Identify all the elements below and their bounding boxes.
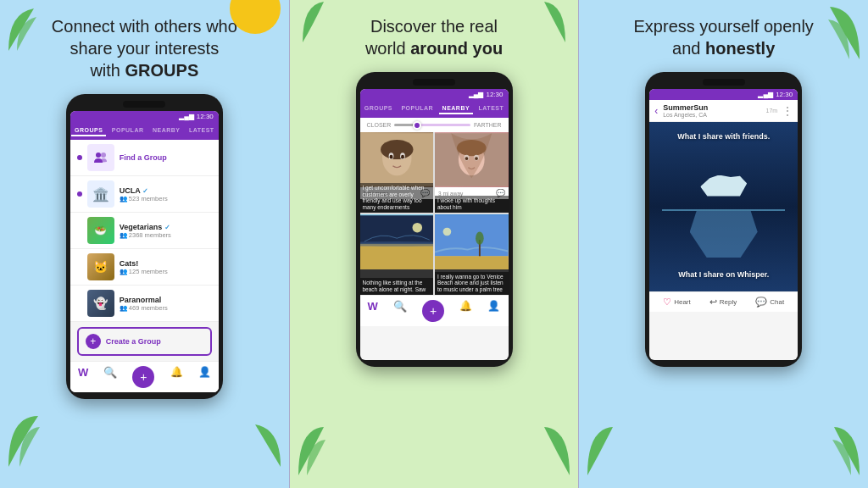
group-info-find: Find a Group	[120, 153, 212, 162]
leaf-bottom-left	[4, 412, 42, 471]
post-card[interactable]: I woke up with thoughts about him 3 mi a…	[435, 132, 509, 213]
more-options-icon[interactable]: ⋮	[782, 105, 793, 117]
svg-point-7	[389, 155, 392, 159]
chat-action-button[interactable]: 💬 Chat	[755, 297, 784, 308]
nav-profile[interactable]: 👤	[198, 366, 211, 388]
group-info-cats: Cats! 👥 125 members	[120, 259, 212, 275]
leaf-express-top-right	[826, 4, 864, 64]
nav-compose[interactable]: +	[132, 366, 154, 388]
status-time-2: 12:30	[486, 91, 503, 98]
phone-screen-2: ▂▄▆ 12:30 GROUPS POPULAR NEARBY LATEST C…	[360, 89, 509, 360]
bottom-nav-2: W 🔍 + 🔔 👤	[360, 295, 509, 326]
tab-nearby[interactable]: NEARBY	[149, 125, 184, 136]
app-tabs-2: GROUPS POPULAR NEARBY LATEST	[360, 100, 509, 118]
iceberg-top	[700, 175, 747, 197]
group-members-veg: 👥 2368 members	[120, 231, 212, 239]
post-image-city	[435, 214, 509, 269]
phone-1: ▂▄▆ 12:30 GROUPS POPULAR NEARBY LATEST	[66, 94, 223, 399]
create-group-button[interactable]: + Create a Group	[77, 327, 212, 356]
group-icon-veg: 🥗	[87, 217, 114, 244]
group-name-veg: Vegetarians ✓	[120, 223, 212, 231]
nav-search-2[interactable]: 🔍	[393, 300, 407, 322]
post-grid: I get uncomfortable when customers are o…	[360, 132, 509, 295]
phone-3-wrapper: ▂▄▆ 12:30 ‹ SummerSun Los Angeles, CA 17…	[645, 72, 802, 488]
list-item[interactable]: 🥗 Vegetarians ✓ 👥 2368 members	[70, 213, 219, 249]
whisper-image: What I share with friends. What I share …	[649, 122, 798, 291]
chat-header: ‹ SummerSun Los Angeles, CA 17m ⋮	[649, 100, 798, 122]
phone-3: ▂▄▆ 12:30 ‹ SummerSun Los Angeles, CA 17…	[645, 72, 802, 367]
list-item[interactable]: Find a Group	[70, 140, 219, 176]
nav-compose-2[interactable]: +	[422, 300, 444, 322]
chat-username: SummerSun	[663, 103, 760, 112]
tab-groups-2[interactable]: GROUPS	[361, 103, 396, 114]
water-line	[662, 209, 785, 211]
post-card[interactable]: Nothing like sitting at the beach alone …	[360, 214, 434, 295]
group-members-ucla: 👥 523 members	[120, 195, 212, 202]
group-name-paranormal: Paranormal	[120, 296, 212, 304]
people-icon	[93, 150, 108, 165]
heart-action[interactable]: ♡ Heart	[663, 297, 691, 308]
tab-popular[interactable]: POPULAR	[108, 125, 147, 136]
nav-whisper[interactable]: W	[78, 366, 88, 388]
tab-groups[interactable]: GROUPS	[71, 125, 106, 136]
nav-notifications[interactable]: 🔔	[170, 366, 183, 388]
phone-1-wrapper: ▂▄▆ 12:30 GROUPS POPULAR NEARBY LATEST	[66, 94, 223, 488]
group-icon-paranormal: 👻	[87, 290, 114, 317]
group-info-ucla: UCLA ✓ 👥 523 members	[120, 186, 212, 202]
farther-label: FARTHER	[474, 122, 502, 128]
whisper-text-bottom: What I share on Whisper.	[649, 270, 798, 279]
leaf-nearby-bottom-left	[294, 424, 328, 480]
status-bar-3: ▂▄▆ 12:30	[649, 89, 798, 100]
signal-icon: ▂▄▆	[179, 113, 194, 120]
post-caption-2: I woke up with thoughts about him	[435, 196, 509, 213]
svg-point-24	[476, 231, 484, 244]
phone-notch-1	[123, 101, 165, 108]
tab-nearby-2[interactable]: NEARBY	[439, 103, 474, 114]
active-dot	[77, 155, 82, 160]
slider-thumb[interactable]	[413, 121, 421, 130]
tab-latest[interactable]: LATEST	[186, 125, 218, 136]
status-time-1: 12:30	[197, 113, 214, 120]
svg-point-0	[96, 152, 101, 158]
chat-bubble-icon: 💬	[755, 297, 767, 308]
app-tabs-1: GROUPS POPULAR NEARBY LATEST	[70, 122, 219, 140]
active-dot	[77, 191, 82, 197]
members-icon-cats: 👥	[120, 268, 127, 275]
tab-latest-2[interactable]: LATEST	[476, 103, 508, 114]
post-image-beach	[360, 214, 434, 269]
slider-track[interactable]	[394, 124, 470, 126]
leaf-bottom-right	[251, 420, 285, 471]
post-card[interactable]: I really wanna go to Venice Beach alone …	[435, 214, 509, 295]
list-item[interactable]: 👻 Paranormal 👥 469 members	[70, 286, 219, 322]
bottom-nav-1: W 🔍 + 🔔 👤	[70, 361, 219, 392]
post-card[interactable]: I get uncomfortable when customers are o…	[360, 132, 434, 213]
members-icon-veg: 👥	[120, 231, 127, 239]
phone-2-wrapper: ▂▄▆ 12:30 GROUPS POPULAR NEARBY LATEST C…	[356, 72, 513, 488]
leaf-nearby-top	[298, 0, 328, 47]
svg-rect-21	[435, 256, 509, 268]
panel-nearby: Discover the realworld around you ▂▄▆ 12…	[289, 0, 580, 488]
heart-icon: ♡	[663, 297, 671, 308]
nav-search[interactable]: 🔍	[103, 366, 117, 388]
veg-image: 🥗	[87, 217, 114, 244]
list-item[interactable]: 🐱 Cats! 👥 125 members	[70, 249, 219, 286]
nav-profile-2[interactable]: 👤	[487, 300, 500, 322]
nav-whisper-2[interactable]: W	[368, 300, 378, 322]
status-bar-2: ▂▄▆ 12:30	[360, 89, 509, 100]
back-button[interactable]: ‹	[654, 105, 658, 117]
list-item[interactable]: 🏛️ UCLA ✓ 👥 523 members	[70, 176, 219, 213]
svg-point-19	[412, 223, 422, 233]
panel-1-title: Connect with others whoshare your intere…	[35, 0, 254, 90]
verified-badge-veg: ✓	[164, 224, 170, 231]
signal-icon-3: ▂▄▆	[758, 91, 773, 98]
leaf-nearby-bottom-right	[540, 424, 574, 480]
status-bar-1: ▂▄▆ 12:30	[70, 111, 219, 122]
phone-2: ▂▄▆ 12:30 GROUPS POPULAR NEARBY LATEST C…	[356, 72, 513, 367]
reply-action[interactable]: ↩ Reply	[709, 297, 737, 308]
group-members-paranormal: 👥 469 members	[120, 304, 212, 312]
beach-svg	[360, 214, 434, 269]
nav-notifications-2[interactable]: 🔔	[459, 300, 472, 322]
tab-popular-2[interactable]: POPULAR	[398, 103, 437, 114]
members-icon: 👥	[120, 195, 127, 202]
panel-express: Express yourself openlyand honestly ▂▄▆ …	[579, 0, 868, 488]
